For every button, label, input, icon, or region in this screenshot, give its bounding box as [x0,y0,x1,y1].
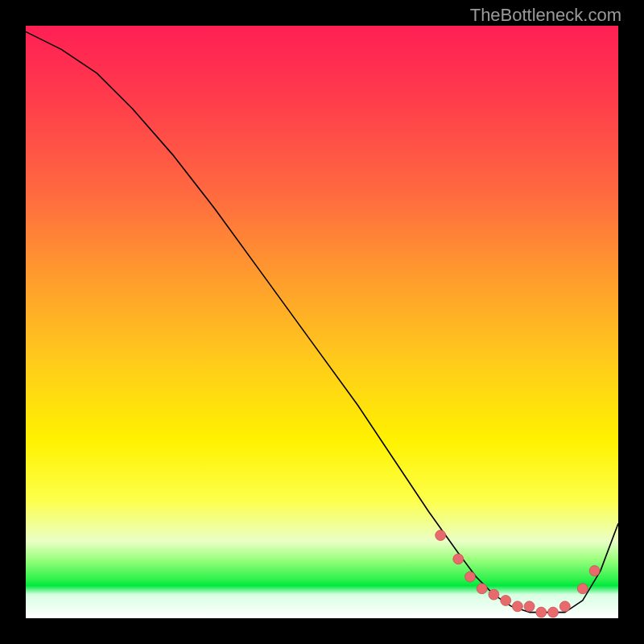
highlight-marker [559,601,570,612]
highlight-marker [589,566,600,576]
chart-svg-layer [26,26,618,618]
highlight-marker [465,572,476,582]
highlight-marker [536,607,547,617]
highlight-marker [577,584,588,594]
marker-group [436,530,600,618]
highlight-marker [489,589,499,600]
bottleneck-curve-line [26,31,618,612]
attribution-text: TheBottleneck.com [470,5,621,26]
highlight-marker [548,607,559,617]
highlight-marker [453,554,464,564]
chart-canvas: TheBottleneck.com [0,0,644,644]
plot-area [26,26,618,618]
highlight-marker [477,584,487,594]
highlight-marker [524,601,535,612]
highlight-marker [436,530,446,541]
highlight-marker [501,595,511,605]
highlight-marker [512,601,522,612]
